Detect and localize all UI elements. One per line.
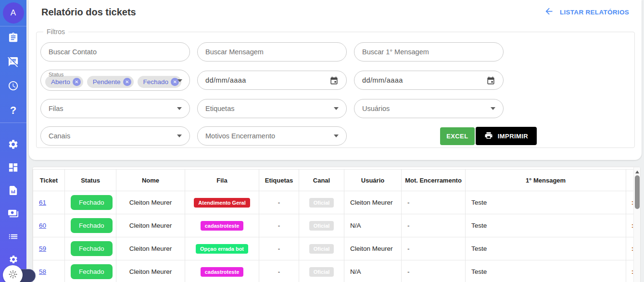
list-reports-label: LISTAR RELATÓRIOS (560, 9, 629, 16)
scroll-up-arrow-icon[interactable] (635, 171, 639, 173)
tags-select[interactable]: Etiquetas (197, 99, 347, 118)
search-message-placeholder: Buscar Mensagem (205, 48, 264, 56)
table-header-row: TicketStatusNomeFilaEtiquetasCanalUsuári… (33, 170, 634, 191)
clipped-cell: : (626, 260, 634, 282)
sidebar-item-dashboard[interactable] (0, 157, 26, 180)
column-header: Fila (185, 170, 259, 191)
notes-off-icon (8, 56, 19, 69)
table-row: 61FechadoCleiton MeurerAtendimento Geral… (33, 191, 634, 214)
table-scrollbar[interactable] (633, 167, 640, 282)
name-cell: Cleiton Meurer (116, 237, 185, 260)
date-from-input[interactable]: dd/mm/aaaa (197, 71, 347, 90)
user-cell: N/A (344, 260, 402, 282)
queue-cell: cadastroteste (185, 214, 259, 237)
date-to-value: dd/mm/aaaa (362, 76, 403, 84)
chip-remove-icon[interactable]: ✕ (73, 78, 81, 86)
sidebar-item-settings[interactable] (0, 134, 26, 157)
search-first-message-input[interactable]: Buscar 1° Mensagem (354, 42, 504, 61)
sidebar-item-tasks[interactable] (0, 26, 26, 50)
ticket-link[interactable]: 60 (39, 222, 46, 229)
list-icon (8, 231, 19, 244)
status-multiselect[interactable]: Status Aberto✕Pendente✕Fechado✕ (40, 70, 190, 91)
channels-select[interactable]: Canais (40, 126, 190, 146)
table-row: 58FechadoCleiton Meurercadastroteste-Ofi… (33, 260, 634, 282)
name-cell: Cleiton Meurer (116, 260, 185, 282)
status-badge: Fechado (71, 218, 113, 233)
closure-reasons-select[interactable]: Motivos Encerramento (197, 126, 347, 146)
chevron-down-icon (334, 135, 339, 137)
sidebar-item-help[interactable]: ? (0, 98, 26, 123)
tickets-table-card: TicketStatusNomeFilaEtiquetasCanalUsuári… (32, 167, 641, 282)
back-arrow-icon (544, 6, 554, 18)
user-cell: Cleiton Meurer (344, 237, 402, 260)
sidebar-nav-bottom (0, 134, 26, 272)
ticket-cell: 61 (33, 191, 65, 214)
queues-select[interactable]: Filas (40, 99, 190, 118)
queue-cell: cadastroteste (185, 260, 259, 282)
search-message-input[interactable]: Buscar Mensagem (197, 42, 347, 61)
print-button[interactable]: IMPRIMIR (476, 127, 537, 145)
list-reports-link[interactable]: LISTAR RELATÓRIOS (544, 6, 629, 18)
search-contact-input[interactable]: Buscar Contato (40, 42, 190, 61)
status-cell: Fechado (65, 260, 116, 282)
column-header-clipped (626, 170, 634, 191)
status-chip-label: Aberto (51, 78, 70, 86)
tags-cell: - (259, 260, 299, 282)
users-select[interactable]: Usuários (354, 99, 504, 118)
column-header: Canal (299, 170, 344, 191)
closure-reason-cell: - (402, 214, 466, 237)
calendar-icon[interactable] (486, 76, 495, 85)
channel-badge: Oficial (309, 198, 334, 208)
sidebar-item-list[interactable] (0, 226, 26, 249)
chevron-down-icon (334, 107, 339, 110)
chevron-down-icon (491, 107, 495, 110)
ticket-link[interactable]: 61 (39, 199, 46, 206)
status-chip-label: Pendente (93, 78, 121, 86)
sidebar-divider (0, 123, 26, 123)
first-message-cell: Teste (466, 260, 626, 282)
clipped-cell: : (626, 237, 634, 260)
main-content: Relatório dos tickets LISTAR RELATÓRIOS … (26, 0, 644, 282)
user-cell: Cleiton Meurer (344, 191, 402, 214)
filter-row-1: Buscar Contato Buscar Mensagem Buscar 1°… (40, 42, 631, 61)
clipped-cell: : (626, 191, 634, 214)
ticket-cell: 59 (33, 237, 65, 260)
status-chip: Pendente✕ (87, 76, 134, 88)
theme-toggle[interactable] (3, 265, 46, 282)
users-placeholder: Usuários (362, 105, 390, 112)
help-icon: ? (10, 104, 16, 117)
table-row: 59FechadoCleiton MeurerOpçao errada bot-… (33, 237, 634, 260)
column-header: Ticket (33, 170, 65, 191)
channel-badge: Oficial (309, 244, 334, 254)
column-header: Nome (116, 170, 185, 191)
name-cell: Cleiton Meurer (116, 191, 185, 214)
search-contact-placeholder: Buscar Contato (49, 48, 97, 56)
excel-button[interactable]: EXCEL (440, 127, 475, 145)
ticket-link[interactable]: 59 (39, 245, 46, 252)
closure-reason-cell: - (402, 237, 466, 260)
date-to-input[interactable]: dd/mm/aaaa (354, 71, 504, 90)
tags-placeholder: Etiquetas (205, 105, 234, 112)
ticket-cell: 60 (33, 214, 65, 237)
channel-cell: Oficial (299, 260, 344, 282)
status-cell: Fechado (65, 191, 116, 214)
sidebar-item-quick-messages-off[interactable] (0, 50, 26, 74)
status-badge: Fechado (71, 241, 113, 256)
queue-badge: Atendimento Geral (194, 198, 250, 208)
tags-cell: - (259, 237, 299, 260)
table-wrap: TicketStatusNomeFilaEtiquetasCanalUsuári… (33, 167, 633, 282)
status-chip: Aberto✕ (45, 76, 83, 88)
page-title: Relatório dos tickets (41, 7, 136, 18)
calendar-icon[interactable] (329, 76, 339, 85)
chip-remove-icon[interactable]: ✕ (123, 78, 131, 86)
scrollbar-thumb[interactable] (635, 175, 640, 209)
status-chip-label: Fechado (143, 78, 169, 86)
sidebar-item-reports[interactable] (0, 180, 26, 203)
sidebar: A ? (0, 0, 26, 282)
queue-cell: Atendimento Geral (185, 191, 259, 214)
avatar[interactable]: A (3, 2, 24, 24)
status-field-label: Status (49, 72, 63, 77)
sidebar-item-schedule[interactable] (0, 74, 26, 98)
sidebar-item-financial[interactable] (0, 203, 26, 226)
column-header: 1° Mensagem (466, 170, 626, 191)
